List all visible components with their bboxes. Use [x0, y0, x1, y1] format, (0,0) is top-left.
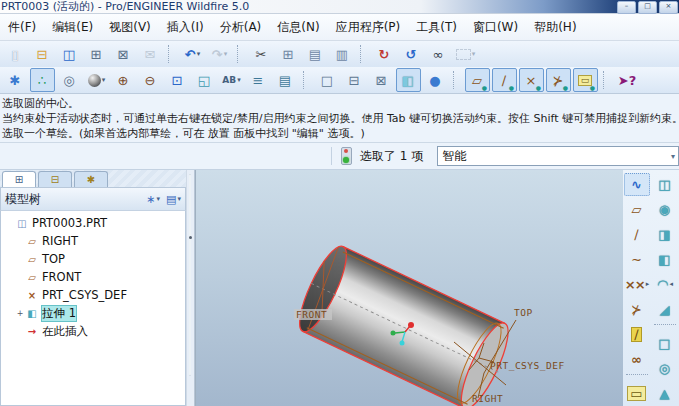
- redo-button[interactable]: ↷ ▾: [207, 42, 232, 66]
- datum-point-button[interactable]: ×× ▸: [624, 273, 650, 296]
- context-help-button[interactable]: ➤?: [615, 68, 640, 92]
- csys-display-button[interactable]: ⊁: [546, 68, 571, 92]
- close-button[interactable]: ×: [659, 1, 678, 14]
- axis-display-button[interactable]: ∕: [492, 68, 517, 92]
- shell-button[interactable]: □: [652, 332, 678, 355]
- print-button[interactable]: ⊞: [84, 42, 109, 66]
- hole-button[interactable]: ◎: [652, 357, 678, 380]
- message-area: 选取圆的中心。 当约束处于活动状态时，可通过单击右键在锁定/禁用/启用约束之间切…: [0, 94, 679, 143]
- datum-label-front[interactable]: FRONT: [296, 309, 327, 320]
- regenerate-custom-button[interactable]: ↺: [399, 42, 424, 66]
- dragger-cyan-handle: [400, 341, 405, 346]
- cut-button[interactable]: ✂: [249, 42, 274, 66]
- menu-view[interactable]: 视图(V): [101, 16, 159, 39]
- annotation-button[interactable]: ▭: [624, 382, 650, 405]
- tab-favorites[interactable]: ✱: [74, 171, 108, 187]
- menu-edit[interactable]: 编辑(E): [44, 16, 101, 39]
- layer-status-button[interactable]: ▤: [273, 68, 298, 92]
- viewport-canvas[interactable]: FRONT TOP PRT_CSYS_DEF RIGHT: [196, 170, 623, 406]
- datum-label-csys[interactable]: PRT_CSYS_DEF: [490, 360, 565, 371]
- menu-insert[interactable]: 插入(I): [159, 16, 212, 39]
- selection-filter-combo[interactable]: 智能 ▾: [437, 146, 679, 166]
- sketched-curve-icon: ∿: [631, 178, 642, 191]
- sketch-tool-button[interactable]: ∕: [624, 323, 650, 346]
- layers-button[interactable]: ≡: [246, 68, 271, 92]
- repaint-button[interactable]: ✱: [3, 68, 28, 92]
- find-button[interactable]: ∞: [426, 42, 451, 66]
- copy-button[interactable]: ⊞: [276, 42, 301, 66]
- datum-label-top[interactable]: TOP: [514, 307, 533, 318]
- repaint-icon: ✱: [10, 74, 21, 87]
- save-button[interactable]: ◫: [57, 42, 82, 66]
- panel-splitter[interactable]: [186, 170, 195, 406]
- undo-button[interactable]: ↶ ▾: [180, 42, 205, 66]
- send-mail-button[interactable]: ✉: [138, 42, 163, 66]
- tree-expander[interactable]: +: [15, 309, 25, 318]
- tree-item-front[interactable]: ▱ FRONT: [1, 268, 185, 286]
- open-button[interactable]: ⊟: [30, 42, 55, 66]
- refit-button[interactable]: ⊡: [165, 68, 190, 92]
- tree-item-label: FRONT: [42, 270, 81, 284]
- use-edge-button[interactable]: ∞: [624, 348, 650, 371]
- plane-display-button[interactable]: ▱: [465, 68, 490, 92]
- blend-button[interactable]: ◧: [652, 248, 678, 271]
- chamfer-button[interactable]: ◢: [652, 298, 678, 321]
- datum-label-right[interactable]: RIGHT: [472, 393, 503, 404]
- tree-settings-dropdown[interactable]: ▤ ▾: [166, 193, 181, 206]
- select-box-button[interactable]: ▭ ▾: [453, 42, 478, 66]
- zoom-out-button[interactable]: ⊖: [138, 68, 163, 92]
- annotation-display-button[interactable]: ▭: [573, 68, 598, 92]
- new-file-button[interactable]: ▯: [3, 42, 28, 66]
- minimize-button[interactable]: –: [617, 1, 636, 14]
- find-model-button[interactable]: ◎: [57, 68, 82, 92]
- hidden-line-button[interactable]: ⊟: [342, 68, 367, 92]
- splitter-handle[interactable]: [189, 236, 192, 239]
- menu-window[interactable]: 窗口(W): [465, 16, 526, 39]
- tree-item-prt-csys-def[interactable]: × PRT_CSYS_DEF: [1, 286, 185, 304]
- print-setup-button[interactable]: ⊠: [111, 42, 136, 66]
- send-mail-icon: ✉: [145, 48, 156, 61]
- paste-special-button[interactable]: ▥: [330, 42, 355, 66]
- tree-item-top[interactable]: ▱ TOP: [1, 250, 185, 268]
- round-button[interactable]: ◠ ◂: [652, 273, 678, 296]
- revolve-button[interactable]: ◉: [652, 198, 678, 221]
- rib-button[interactable]: ▲: [652, 382, 678, 405]
- datum-axis-button[interactable]: ∕: [624, 223, 650, 246]
- folder-browser-tab-icon: ⊟: [51, 174, 59, 185]
- sweep-button[interactable]: ◨: [652, 223, 678, 246]
- paste-button[interactable]: ▤: [303, 42, 328, 66]
- tab-model-tree[interactable]: ⊞: [2, 171, 36, 187]
- tab-folder-browser[interactable]: ⊟: [38, 171, 72, 187]
- model-tree-toggle-button[interactable]: ∴: [30, 68, 55, 92]
- tree-item-insert-here[interactable]: → 在此插入: [1, 322, 185, 340]
- regenerate-button[interactable]: ↻: [372, 42, 397, 66]
- point-display-button[interactable]: ×: [519, 68, 544, 92]
- view-manager-button[interactable]: AB ▾: [219, 68, 244, 92]
- tree-tools-dropdown[interactable]: ∗ ▾: [146, 193, 160, 206]
- appearance-button[interactable]: ● ▾: [84, 68, 109, 92]
- shaded-button[interactable]: ◧: [396, 68, 421, 92]
- menu-tools[interactable]: 工具(T): [408, 16, 465, 39]
- tree-item-right[interactable]: ▱ RIGHT: [1, 232, 185, 250]
- extrude-button[interactable]: ◫: [652, 173, 678, 196]
- no-hidden-button[interactable]: ⊠: [369, 68, 394, 92]
- tree-item-extrude-1[interactable]: + ◧ 拉伸 1: [1, 304, 185, 322]
- maximize-button[interactable]: □: [638, 1, 657, 14]
- datum-csys-button[interactable]: ⊁: [624, 298, 650, 321]
- menu-file[interactable]: 件(F): [0, 16, 44, 39]
- graphics-viewport[interactable]: FRONT TOP PRT_CSYS_DEF RIGHT: [195, 170, 623, 406]
- cylinder-model[interactable]: [291, 241, 520, 406]
- spin-center-button[interactable]: ●: [423, 68, 448, 92]
- menu-analysis[interactable]: 分析(A): [212, 16, 270, 39]
- sketched-curve-button[interactable]: ∿: [624, 173, 650, 196]
- datum-plane-button[interactable]: ▱: [624, 198, 650, 221]
- wireframe-button[interactable]: □: [315, 68, 340, 92]
- reorient-button[interactable]: ◱: [192, 68, 217, 92]
- zoom-in-button[interactable]: ⊕: [111, 68, 136, 92]
- blend-tool-icon: ◧: [658, 253, 670, 266]
- menu-help[interactable]: 帮助(H): [526, 16, 584, 39]
- menu-info[interactable]: 信息(N): [269, 16, 327, 39]
- datum-curve-button[interactable]: ∼: [624, 248, 650, 271]
- tree-item-prt0003[interactable]: ◫ PRT0003.PRT: [1, 214, 185, 232]
- menu-applications[interactable]: 应用程序(P): [328, 16, 409, 39]
